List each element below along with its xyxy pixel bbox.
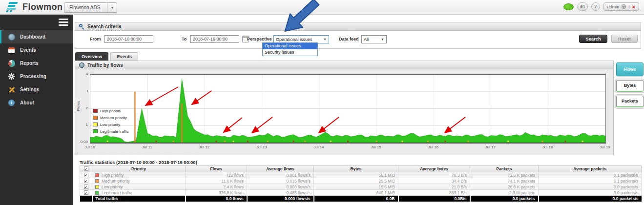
sidebar-item-settings[interactable]: Settings	[0, 83, 73, 96]
column-header: Average bytes	[398, 166, 470, 172]
perspective-label: Perspective	[247, 37, 272, 41]
priority-cell: High priority	[92, 172, 186, 178]
datafeed-select[interactable]: All ▼	[361, 35, 387, 43]
sidebar-item-reports[interactable]: Reports	[0, 57, 73, 70]
value-cell: 72.6 K packets	[470, 172, 539, 178]
x-tick: Jul 18	[537, 145, 559, 149]
stats-title: Traffic statistics (2018-07-10 00:00 - 2…	[80, 160, 197, 165]
sidebar-nav: DashboardEventsReportsProcessingSettings…	[0, 30, 73, 109]
reset-button[interactable]: Reset	[611, 35, 638, 43]
reports-pie-icon	[8, 60, 15, 67]
hamburger-menu-icon[interactable]	[59, 19, 68, 26]
row-checkbox-cell: ✔	[80, 172, 92, 178]
sidebar-item-events[interactable]: Events	[0, 43, 73, 57]
about-info-icon: i	[8, 100, 15, 106]
checkbox-checked-icon[interactable]: ✔	[84, 173, 88, 177]
checkbox-checked-icon[interactable]: ✔	[84, 190, 88, 195]
value-cell: 3.0 packets/s	[539, 190, 642, 196]
total-value-cell: 0.0 packets/s	[539, 196, 642, 202]
traffic-statistics-table: ✔PriorityFlowsAverage flowsBytesAverage …	[80, 165, 642, 202]
perspective-option[interactable]: Operational issues	[263, 43, 317, 49]
status-dot-icon	[563, 3, 574, 10]
flowmon-logo-icon	[6, 2, 19, 12]
total-label-cell: Total traffic	[92, 196, 186, 202]
y-tick: 4	[76, 72, 88, 76]
events-calendar-icon	[8, 47, 15, 53]
from-date-input[interactable]	[104, 35, 153, 43]
column-header: Flows	[186, 166, 247, 172]
tab-events[interactable]: Events	[110, 52, 138, 61]
legend-swatch	[93, 116, 98, 120]
x-tick: Jul 13	[251, 145, 272, 149]
events-calendar-icon	[8, 46, 15, 54]
legend-swatch	[93, 109, 98, 113]
search-button[interactable]: Search	[579, 35, 607, 43]
language-button[interactable]: en	[577, 2, 587, 11]
priority-label: Low priority	[102, 184, 123, 189]
priority-cell: Low priority	[92, 184, 186, 190]
priority-swatch	[95, 173, 99, 177]
gear-icon[interactable]	[622, 4, 626, 9]
product-select[interactable]: Flowmon ADS ▼	[64, 2, 117, 13]
main-content: Search criteria From To Perspective Oper…	[73, 15, 644, 205]
value-cell: 74.1 K packets	[470, 178, 539, 184]
traffic-chart-panel: Traffic by flows Flows 0.001234 Jul 10Ju…	[75, 61, 614, 155]
sidebar-item-label: Processing	[20, 74, 46, 79]
total-value-cell: 0.0 flows	[186, 196, 247, 202]
total-value-cell: 0.0 packets	[470, 196, 539, 202]
settings-tools-icon	[8, 86, 15, 93]
y-tick: 3	[76, 89, 88, 93]
column-header: Bytes	[314, 166, 398, 172]
value-cell: 863.1 B/s	[398, 190, 470, 196]
perspective-value: Operational issues	[276, 37, 312, 42]
settings-tools-icon	[8, 86, 15, 93]
sidebar-item-processing[interactable]: Processing	[0, 70, 73, 83]
priority-label: Medium priority	[102, 179, 130, 184]
priority-swatch	[95, 179, 99, 183]
sidebar-item-label: Settings	[20, 87, 39, 92]
sidebar: DashboardEventsReportsProcessingSettings…	[0, 15, 73, 205]
traffic-chart	[90, 74, 606, 144]
checkbox-checked-icon[interactable]: ✔	[84, 166, 88, 171]
sidebar-item-dashboard[interactable]: Dashboard	[0, 30, 73, 43]
checkbox-checked-icon[interactable]: ✔	[84, 184, 88, 189]
select-all-header: ✔	[80, 166, 92, 172]
logout-icon[interactable]: ×	[632, 4, 635, 9]
value-cell: 2.3 M packets	[470, 190, 539, 196]
search-criteria-title: Search criteria	[87, 24, 122, 29]
dashboard-globe-icon	[8, 33, 15, 41]
chart-panel-header: Traffic by flows	[75, 61, 613, 69]
value-cell: 2.4 K flows	[186, 184, 247, 190]
table-row: ✔Low priority2.4 K flows0.003 flows/s15.…	[80, 184, 642, 190]
legend-label: Low priority	[100, 123, 120, 127]
bytes-button[interactable]: Bytes	[616, 80, 644, 92]
column-header: Average packets	[539, 166, 642, 172]
legend-item: High priority	[93, 107, 129, 114]
priority-cell: Medium priority	[92, 178, 186, 184]
value-cell: 376.8 K flows	[186, 190, 247, 196]
user-menu[interactable]: admin | ×	[603, 2, 639, 11]
sidebar-item-about[interactable]: iAbout	[0, 96, 73, 109]
value-cell: 78.3 B/s	[398, 172, 470, 178]
legend-item: Low priority	[93, 121, 129, 128]
sidebar-item-label: Reports	[20, 61, 39, 66]
column-header: Average flows	[247, 166, 314, 172]
value-cell: 26.8 K packets	[470, 184, 539, 190]
x-tick: Jul 10	[79, 145, 101, 149]
packets-button[interactable]: Packets	[616, 96, 644, 107]
value-cell: 21.0 B/s	[398, 184, 470, 190]
perspective-option[interactable]: Security issues	[263, 49, 317, 56]
to-date-input[interactable]	[190, 35, 239, 43]
chevron-down-icon[interactable]: ▼	[107, 3, 117, 12]
flows-button[interactable]: Flows	[616, 62, 644, 76]
top-bar: Flowmon Flowmon ADS ▼ en ? admin | ×	[0, 0, 644, 15]
help-button[interactable]: ?	[591, 2, 600, 11]
tab-overview[interactable]: Overview	[75, 52, 108, 61]
value-cell: 0.1 packets/s	[539, 172, 642, 178]
processing-gear-icon	[8, 73, 15, 80]
checkbox-checked-icon[interactable]: ✔	[84, 179, 88, 183]
total-value-cell: 0.000 flows/s	[247, 196, 314, 202]
table-row: ✔High priority712 flows0.001 flows/s58.1…	[80, 172, 642, 178]
total-row: Total traffic0.0 flows0.000 flows/s0.0B0…	[80, 196, 642, 202]
value-cell: 712 flows	[186, 172, 247, 178]
